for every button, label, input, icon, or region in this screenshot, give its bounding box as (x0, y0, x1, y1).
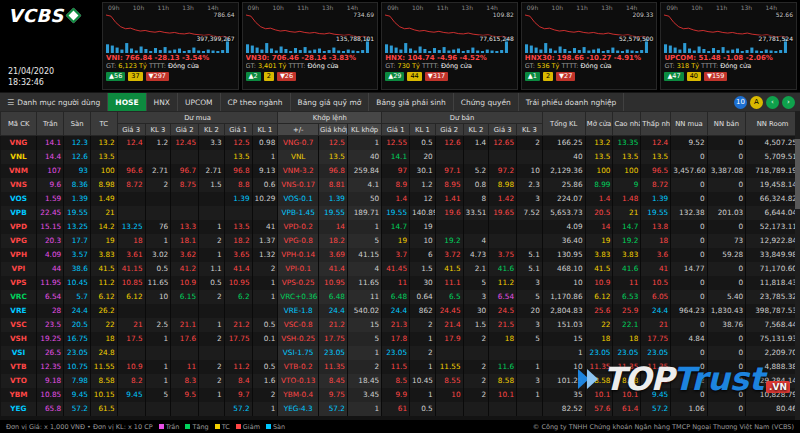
sub-col-header[interactable]: KL khớp (347, 124, 381, 136)
tab-bảng-giá-quỹ-mở[interactable]: Bảng giá quỹ mở (291, 93, 370, 111)
sub-col-header[interactable]: Giá 3 (489, 124, 517, 136)
cell-ticker[interactable]: VNS (1, 178, 37, 192)
cell-ticker[interactable]: VPI (1, 262, 37, 276)
tab-upcom[interactable]: UPCOM (178, 93, 221, 111)
cell-ticker[interactable]: VPS (1, 276, 37, 290)
cell-bid-price-3 (117, 206, 145, 220)
col-header[interactable]: Cao nhất (613, 112, 641, 136)
tab-hose[interactable]: HOSE (108, 93, 146, 111)
index-panel-VN30[interactable]: 09h10h11h13h14h734.69135,788,101VN30: 70… (242, 2, 379, 90)
next-page-button[interactable]: › (782, 96, 795, 109)
tab-trái-phiếu-doanh-nghiệp[interactable]: Trái phiếu doanh nghiệp (519, 93, 625, 111)
scrollbar-thumb[interactable] (795, 139, 800, 209)
cell-ticker[interactable]: VNL (1, 150, 37, 164)
stock-row-VOS[interactable]: VOS1.591.391.491.3910.29VOS-0.11.39501.4… (1, 192, 800, 206)
stock-row-VPS[interactable]: VPS11.9510.4511.210.8511.6510.90.510.951… (1, 276, 800, 290)
tab-chứng-quyền[interactable]: Chứng quyền (454, 93, 519, 111)
stock-row-VPI[interactable]: VPI4438.641.541.150.541.21.141.42VPI-0.1… (1, 262, 800, 276)
cell-ask-price-2: 19.2 (435, 234, 463, 248)
cell-ticker[interactable]: VNM (1, 164, 37, 178)
sub-col-header[interactable]: Giá khớp (319, 124, 348, 136)
sub-col-header[interactable]: KL 1 (252, 124, 278, 136)
col-header[interactable]: NN Room (746, 112, 800, 136)
sub-col-header[interactable]: KL 3 (517, 124, 543, 136)
sub-col-header[interactable]: Giá 2 (435, 124, 463, 136)
sub-col-header[interactable]: KL 3 (145, 124, 171, 136)
stock-row-VPH[interactable]: VPH4.093.573.833.613.023.6213.651.32VPH-… (1, 248, 800, 262)
cell-ticker[interactable]: YEG (1, 402, 37, 416)
sub-col-header[interactable]: KL 2 (199, 124, 225, 136)
sub-col-header[interactable]: KL 1 (410, 124, 436, 136)
col-header[interactable]: Tổng KL (542, 112, 585, 136)
tab-bảng-giá-phái-sinh[interactable]: Bảng giá phái sinh (369, 93, 454, 111)
tab-controls: 10A‹› (734, 93, 800, 111)
cell-bid-price-1 (224, 304, 252, 318)
col-header[interactable]: NN bán (707, 112, 746, 136)
tab-danh-mục-người-dùng[interactable]: ☰Danh mục người dùng (0, 93, 108, 111)
tab-cp-theo-ngành[interactable]: CP theo ngành (221, 93, 291, 111)
sub-col-header[interactable]: KL 2 (463, 124, 489, 136)
vcbs-logo[interactable]: VCBS (8, 5, 96, 26)
cell-ticker[interactable]: VPG (1, 234, 37, 248)
index-panel-VNI[interactable]: 09h10h11h13h14h786.64397,399,267VNI: 766… (102, 2, 239, 90)
cell-ticker[interactable]: VRC (1, 290, 37, 304)
stock-row-VPD[interactable]: VPD15.1513.2514.213.257613.3113.541VPD-0… (1, 220, 800, 234)
cell-ticker[interactable]: VPB (1, 206, 37, 220)
chart-high-label: 734.69 (353, 11, 374, 18)
cell-ticker[interactable]: YBM (1, 388, 37, 402)
col-header[interactable]: NN mua (671, 112, 707, 136)
cell-ticker[interactable]: VRE (1, 304, 37, 318)
stock-row-VSI[interactable]: VSI26.523.0524.8VSI-1.7523.05123.052123.… (1, 346, 800, 360)
cell-ticker[interactable]: VNG (1, 136, 37, 150)
stock-row-VNG[interactable]: VNG14.112.313.212.41.212.453.312.50.98VN… (1, 136, 800, 150)
cell-ticker[interactable]: VSI (1, 346, 37, 360)
cell-ticker[interactable]: VOS (1, 192, 37, 206)
col-header[interactable]: Mã CK (1, 112, 37, 136)
font-size-button[interactable]: 10 (734, 96, 747, 109)
stock-row-VPB[interactable]: VPB22.4519.5521VPB-1.4519.55189.7119.551… (1, 206, 800, 220)
cell-ask-vol-2: 4.73 (463, 248, 489, 262)
vertical-scrollbar[interactable] (795, 111, 800, 420)
stock-row-VNS[interactable]: VNS9.68.368.988.7228.751.58.80.6VNS-0.17… (1, 178, 800, 192)
cell-ask-vol-1: 0.64 (410, 290, 436, 304)
cell-bid-price-1 (224, 206, 252, 220)
sub-col-header[interactable]: Giá 2 (171, 124, 199, 136)
cell-change: VRC+0.36 (278, 290, 319, 304)
sub-col-header[interactable]: Giá 3 (117, 124, 145, 136)
sub-col-header[interactable]: Giá 1 (224, 124, 252, 136)
col-header[interactable]: Sàn (64, 112, 91, 136)
stock-row-VRC[interactable]: VRC6.545.76.126.12106.1526.21VRC+0.366.4… (1, 290, 800, 304)
cell-ticker[interactable]: VTB (1, 360, 37, 374)
cell-matched-vol: 4.1 (347, 178, 381, 192)
index-panel-UPCOM[interactable]: 09h10h11h13h14h52.6627,781,524UPCOM: 51.… (660, 2, 797, 90)
prev-page-button[interactable]: ‹ (766, 96, 779, 109)
cell-bid-price-1: 17.75 (224, 332, 252, 346)
cell-ticker[interactable]: VSH (1, 332, 37, 346)
stock-row-VSC[interactable]: VSC23.520.522212.521.1121.20.5VSC-0.821.… (1, 318, 800, 332)
cell-matched-vol: 2 (347, 360, 381, 374)
col-header[interactable]: Thấp nhất (641, 112, 671, 136)
cell-bid-price-1: 41.4 (224, 262, 252, 276)
col-header[interactable]: Trần (37, 112, 64, 136)
cell-foreign-buy: 4.84 (671, 332, 707, 346)
cell-ticker[interactable]: VPD (1, 220, 37, 234)
stock-row-VNL[interactable]: VNL14.412.613.513.51VNL13.54014.1204013.… (1, 150, 800, 164)
sub-col-header[interactable]: Giá 1 (382, 124, 410, 136)
col-header[interactable]: TC (90, 112, 117, 136)
stock-row-YEG[interactable]: YEG65.857.261.557.21YEG-4.357.21610.582.… (1, 402, 800, 416)
tab-hnx[interactable]: HNX (147, 93, 178, 111)
index-panel-HNX30[interactable]: 09h10h11h13h14h209.3352,579,500HNX30: 19… (521, 2, 658, 90)
cell-ticker[interactable]: VTO (1, 374, 37, 388)
col-header[interactable]: Mở cửa (585, 112, 613, 136)
cell-ticker[interactable]: VSC (1, 318, 37, 332)
sub-col-header[interactable]: +/- (278, 124, 319, 136)
stock-row-VRE[interactable]: VRE2824.426.2VRE-1.824.4540.0224.486224.… (1, 304, 800, 318)
cell-ticker[interactable]: VPH (1, 248, 37, 262)
cell-ask-vol-1: 1.5 (410, 262, 436, 276)
stock-row-VNM[interactable]: VNM1079310096.62.7196.72.7196.89.13VNM-3… (1, 164, 800, 178)
cell-floor: 57.2 (64, 402, 91, 416)
stock-row-VSH[interactable]: VSH19.2516.751817.5117.6217.750.1VSH-0.2… (1, 332, 800, 346)
index-panel-HNX[interactable]: 09h10h11h13h14h109.8277,615,248HNX: 104.… (381, 2, 518, 90)
display-mode-button[interactable]: A (750, 96, 763, 109)
stock-row-VPG[interactable]: VPG20.317.71918118.1218.21.37VPG-0.818.2… (1, 234, 800, 248)
